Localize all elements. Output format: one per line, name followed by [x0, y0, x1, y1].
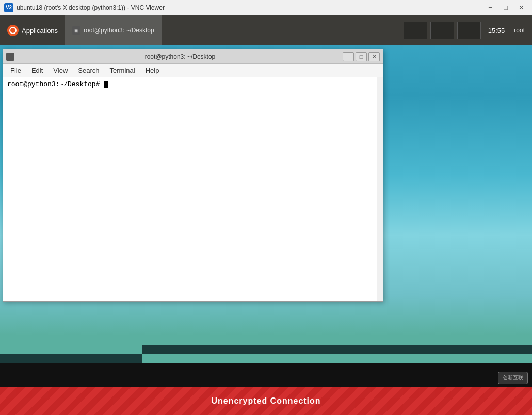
terminal-tab-label: root@python3: ~/Desktop — [84, 27, 154, 34]
panel-user: root — [511, 27, 528, 34]
terminal-tab-icon: ▣ — [72, 26, 80, 35]
terminal-window: root@python3: ~/Desktop − □ ✕ File Edit … — [3, 49, 383, 302]
terminal-window-icon — [6, 53, 14, 61]
ubuntu-logo — [7, 25, 19, 36]
terminal-menubar: File Edit View Search Terminal Help — [3, 64, 383, 77]
close-button[interactable]: ✕ — [514, 3, 528, 13]
terminal-content[interactable]: root@python3:~/Desktop# — [3, 77, 377, 301]
bottom-bar — [0, 363, 532, 387]
terminal-body: root@python3:~/Desktop# — [3, 77, 383, 301]
panel-thumbnail-3[interactable] — [457, 22, 481, 39]
menu-file[interactable]: File — [5, 65, 26, 75]
vnc-window: V2 ubuntu18 (root's X desktop (python3:1… — [0, 0, 532, 415]
menu-search[interactable]: Search — [73, 65, 104, 75]
unencrypted-connection-banner: Unencrypted Connection — [0, 387, 532, 415]
menu-terminal[interactable]: Terminal — [105, 65, 140, 75]
desktop-bar-left — [0, 354, 142, 363]
panel-thumbnail-1[interactable] — [404, 22, 427, 39]
panel-time: 15:55 — [483, 27, 510, 35]
terminal-tab: ▣ root@python3: ~/Desktop — [65, 15, 162, 45]
terminal-titlebar: root@python3: ~/Desktop − □ ✕ — [3, 49, 383, 64]
terminal-window-controls: − □ ✕ — [343, 52, 380, 61]
terminal-window-title: root@python3: ~/Desktop — [18, 53, 343, 60]
panel-thumbnail-2[interactable] — [430, 22, 454, 39]
terminal-maximize-button[interactable]: □ — [356, 52, 367, 61]
vnc-icon: V2 — [4, 3, 13, 12]
menu-help[interactable]: Help — [140, 65, 165, 75]
terminal-cursor — [104, 81, 108, 88]
desktop-bar-right — [142, 345, 532, 354]
vnc-window-controls: − □ ✕ — [483, 3, 528, 13]
ubuntu-desktop: Applications ▣ root@python3: ~/Desktop 1… — [0, 15, 532, 415]
terminal-close-button[interactable]: ✕ — [368, 52, 380, 61]
terminal-minimize-button[interactable]: − — [343, 52, 354, 61]
menu-edit[interactable]: Edit — [26, 65, 48, 75]
ubuntu-logo-inner — [9, 27, 17, 34]
applications-label: Applications — [22, 27, 58, 35]
terminal-scrollbar[interactable] — [377, 77, 383, 301]
watermark: 创新互联 — [498, 372, 528, 384]
menu-view[interactable]: View — [48, 65, 73, 75]
terminal-prompt: root@python3:~/Desktop# — [7, 80, 100, 88]
panel-right: 15:55 root — [402, 22, 532, 39]
top-panel: Applications ▣ root@python3: ~/Desktop 1… — [0, 15, 532, 45]
vnc-titlebar: V2 ubuntu18 (root's X desktop (python3:1… — [0, 0, 532, 15]
terminal-tab-item[interactable]: ▣ root@python3: ~/Desktop — [65, 15, 162, 45]
maximize-button[interactable]: □ — [499, 3, 512, 13]
vnc-title: ubuntu18 (root's X desktop (python3:1)) … — [17, 4, 483, 11]
minimize-button[interactable]: − — [483, 3, 497, 13]
banner-text: Unencrypted Connection — [211, 396, 320, 406]
applications-menu-button[interactable]: Applications — [0, 15, 65, 45]
